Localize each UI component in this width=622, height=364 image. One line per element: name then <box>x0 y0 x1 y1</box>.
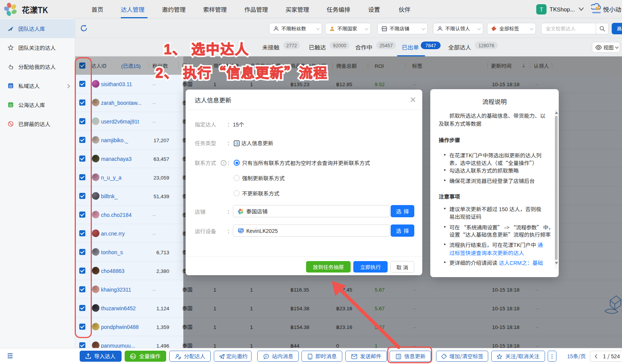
svg-text:2、 执行“信息更新”流程: 2、 执行“信息更新”流程 <box>156 62 328 82</box>
svg-text:?: ? <box>223 160 224 165</box>
svg-text:1、 选中达人: 1、 选中达人 <box>164 38 249 58</box>
svg-text:公: 公 <box>9 103 12 107</box>
svg-text:自: 自 <box>9 83 13 88</box>
svg-text:ALL: ALL <box>131 354 136 358</box>
